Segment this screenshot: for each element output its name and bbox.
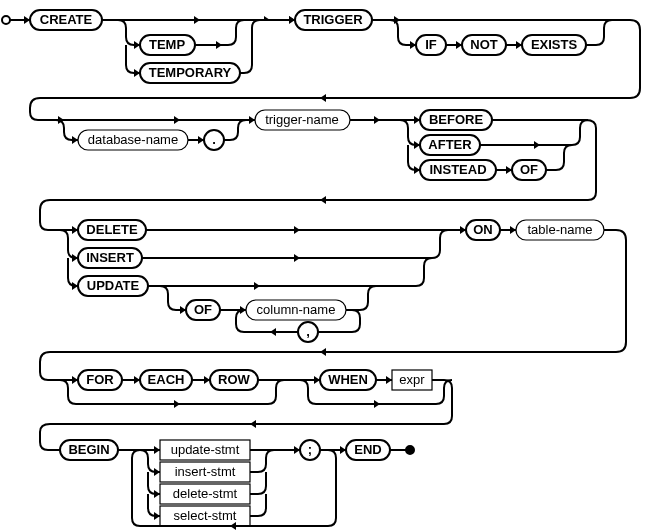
label: select-stmt [174, 508, 237, 523]
label: OF [520, 162, 538, 177]
svg-marker-49 [249, 116, 255, 124]
var-column-name: column-name [246, 300, 346, 320]
keyword-if: IF [416, 35, 446, 55]
svg-marker-93 [374, 400, 380, 408]
var-database-name: database-name [78, 130, 188, 150]
label: FOR [86, 372, 114, 387]
label: EACH [148, 372, 185, 387]
svg-marker-99 [154, 468, 160, 476]
keyword-of-update: OF [186, 300, 220, 320]
svg-text:TEMP: TEMP [149, 37, 185, 52]
syntax-diagram: CREATE TEMP TEMPORARY [0, 0, 656, 530]
label: ROW [218, 372, 251, 387]
var-trigger-name: trigger-name [255, 110, 350, 130]
svg-marker-36 [320, 94, 326, 102]
label: TRIGGER [303, 12, 363, 27]
label: DELETE [86, 222, 138, 237]
punct-comma: , [298, 322, 318, 342]
label: ; [308, 442, 312, 457]
label: UPDATE [87, 278, 140, 293]
svg-marker-91 [386, 376, 392, 384]
keyword-insert: INSERT [78, 248, 142, 268]
var-table-name: table-name [516, 220, 604, 240]
keyword-row: ROW [210, 370, 258, 390]
svg-text:TEMPORARY: TEMPORARY [149, 65, 232, 80]
svg-point-0 [2, 16, 10, 24]
label: . [212, 132, 216, 147]
keyword-update: UPDATE [78, 276, 148, 296]
ref-update-stmt: update-stmt [160, 440, 250, 460]
label: database-name [88, 132, 178, 147]
label: INSTEAD [429, 162, 486, 177]
ref-expr: expr [392, 370, 432, 390]
keyword-exists: EXISTS [522, 35, 586, 55]
svg-point-110 [406, 446, 414, 454]
label: BEGIN [68, 442, 109, 457]
ref-delete-stmt: delete-stmt [160, 484, 250, 504]
label: BEFORE [429, 112, 484, 127]
ref-insert-stmt: insert-stmt [160, 462, 250, 482]
label: AFTER [428, 137, 472, 152]
svg-marker-101 [154, 490, 160, 498]
svg-marker-51 [374, 116, 380, 124]
label: INSERT [86, 250, 134, 265]
label: OF [194, 302, 212, 317]
label: ON [473, 222, 493, 237]
svg-marker-61 [320, 196, 326, 204]
keyword-end: END [346, 440, 390, 460]
label: IF [425, 37, 437, 52]
svg-marker-97 [154, 446, 160, 454]
label: END [354, 442, 381, 457]
keyword-for: FOR [78, 370, 122, 390]
label: EXISTS [531, 37, 578, 52]
svg-marker-88 [174, 400, 180, 408]
label: table-name [527, 222, 592, 237]
label: insert-stmt [175, 464, 236, 479]
svg-marker-94 [250, 420, 256, 428]
keyword-of-instead: OF [512, 160, 546, 180]
svg-marker-56 [534, 141, 540, 149]
svg-marker-64 [294, 226, 300, 234]
ref-select-stmt: select-stmt [160, 506, 250, 526]
keyword-before: BEFORE [420, 110, 492, 130]
label: NOT [470, 37, 498, 52]
label: delete-stmt [173, 486, 238, 501]
keyword-each: EACH [140, 370, 192, 390]
label: CREATE [40, 12, 93, 27]
svg-marker-44 [72, 136, 78, 144]
keyword-on: ON [466, 220, 500, 240]
label: WHEN [328, 372, 368, 387]
svg-marker-76 [270, 328, 276, 336]
label: expr [399, 372, 425, 387]
svg-marker-79 [510, 226, 516, 234]
keyword-create: CREATE [30, 10, 102, 30]
punct-semicolon: ; [300, 440, 320, 460]
keyword-begin: BEGIN [60, 440, 118, 460]
svg-marker-103 [154, 512, 160, 520]
label: , [306, 324, 310, 339]
keyword-after: AFTER [420, 135, 480, 155]
keyword-trigger: TRIGGER [295, 10, 372, 30]
label: trigger-name [265, 112, 339, 127]
svg-marker-67 [294, 254, 300, 262]
svg-marker-81 [320, 348, 326, 356]
keyword-delete: DELETE [78, 220, 146, 240]
punct-dot: . [204, 130, 224, 150]
keyword-not: NOT [462, 35, 506, 55]
label: update-stmt [171, 442, 240, 457]
label: column-name [257, 302, 336, 317]
svg-marker-48 [174, 116, 180, 124]
svg-marker-70 [254, 282, 260, 290]
keyword-when: WHEN [320, 370, 376, 390]
keyword-instead: INSTEAD [420, 160, 496, 180]
